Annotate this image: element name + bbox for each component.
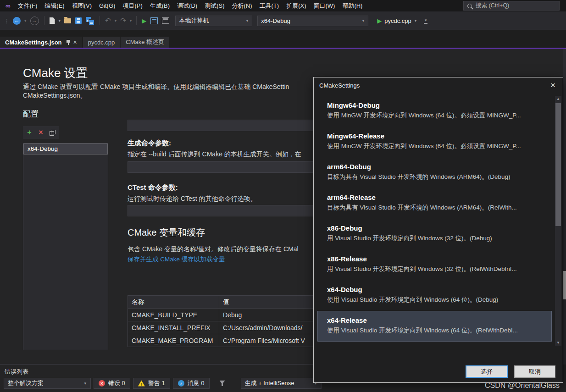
config-option-name: x64-Release xyxy=(327,316,546,324)
redo-icon[interactable] xyxy=(119,16,127,26)
scroll-down-icon[interactable] xyxy=(555,341,561,345)
cmakesettings-dialog: CMakeSettings Mingw64-Debug 使用 MinGW 开发环… xyxy=(313,77,563,383)
config-list: x64-Debug xyxy=(23,143,108,350)
toolbar-separator xyxy=(136,16,137,25)
build-config-dropdown[interactable]: x64-Debug xyxy=(257,16,368,26)
ctest-args-description: 运行测试时传递给 CTest 的其他命令行选项。 xyxy=(128,195,313,203)
build-args-description: 指定在 --build 后面传递到 CMake 的本机生成开关。例如，在 xyxy=(128,150,313,159)
open-folder-button[interactable] xyxy=(63,16,72,26)
warning-icon xyxy=(138,381,145,386)
redo-dropdown-caret[interactable] xyxy=(129,18,133,23)
dialog-config-option-x86-release[interactable]: x86-Release 用 Visual Studio 开发环境定向到 Wind… xyxy=(317,249,552,280)
warnings-toggle-button[interactable]: 警告 1 xyxy=(133,378,170,389)
close-icon[interactable] xyxy=(73,39,77,46)
window-preview-button[interactable] xyxy=(161,16,170,26)
build-intellisense-dropdown[interactable]: 生成 + IntelliSense xyxy=(241,378,322,389)
config-option-description: 用 Visual Studio 开发环境定向到 Windows (32 位)。(… xyxy=(327,265,546,273)
editor-scrollbar[interactable] xyxy=(563,49,566,364)
add-config-button[interactable] xyxy=(24,127,34,138)
undo-icon[interactable] xyxy=(104,16,112,26)
navigate-back-button[interactable] xyxy=(12,16,22,26)
tab-cmakesettings-json[interactable]: CMakeSettings.json xyxy=(0,37,82,48)
menu-window[interactable]: 窗口(W) xyxy=(310,0,338,11)
dialog-scrollbar[interactable] xyxy=(555,96,561,346)
search-icon xyxy=(467,4,472,8)
navigate-forward-button[interactable] xyxy=(29,16,40,26)
menu-view[interactable]: 视图(V) xyxy=(68,0,95,11)
dialog-config-option-x64-debug[interactable]: x64-Debug 使用 Visual Studio 开发环境定向到 Windo… xyxy=(317,280,552,311)
back-dropdown-caret[interactable] xyxy=(24,18,27,23)
save-all-button[interactable] xyxy=(85,16,95,26)
menu-build[interactable]: 生成(B) xyxy=(146,0,173,11)
error-icon xyxy=(99,380,105,386)
menu-git[interactable]: Git(G) xyxy=(95,0,119,11)
dialog-config-option-arm64-release[interactable]: arm64-Release 目标为具有 Visual Studio 开发环境的 … xyxy=(317,188,552,219)
scroll-up-icon[interactable] xyxy=(555,97,561,101)
dialog-scrollbar-thumb[interactable] xyxy=(555,103,561,226)
scope-dropdown[interactable]: 整个解决方案 xyxy=(4,378,91,389)
remove-config-button[interactable] xyxy=(36,127,46,138)
menu-file[interactable]: 文件(F) xyxy=(14,0,41,11)
save-button[interactable] xyxy=(74,16,83,26)
config-option-name: x86-Debug xyxy=(327,224,546,232)
variable-name-cell[interactable]: CMAKE_INSTALL_PREFIX xyxy=(128,321,219,334)
chevron-down-icon xyxy=(246,18,249,23)
search-box[interactable]: 搜索 (Ctrl+Q) xyxy=(463,1,560,11)
files-icon xyxy=(150,17,158,24)
search-placeholder: 搜索 (Ctrl+Q) xyxy=(476,2,509,10)
toolbar-overflow-button[interactable] xyxy=(424,18,427,24)
config-option-name: Mingw64-Debug xyxy=(327,101,546,109)
config-option-name: arm64-Debug xyxy=(327,163,546,171)
menu-project[interactable]: 项目(P) xyxy=(119,0,146,11)
target-machine-dropdown[interactable]: 本地计算机 xyxy=(175,16,252,26)
run-icon[interactable] xyxy=(141,16,147,26)
menu-edit[interactable]: 编辑(E) xyxy=(41,0,68,11)
select-button[interactable]: 选择 xyxy=(466,365,508,378)
menu-help[interactable]: 帮助(H) xyxy=(338,0,366,11)
dialog-config-option-arm64-debug[interactable]: arm64-Debug 目标为具有 Visual Studio 开发环境的 Wi… xyxy=(317,157,552,188)
variable-name-cell[interactable]: CMAKE_BUILD_TYPE xyxy=(128,309,219,321)
save-generate-cache-link[interactable]: 保存并生成 CMake 缓存以加载变量 xyxy=(128,255,225,264)
undo-dropdown-caret[interactable] xyxy=(114,18,117,23)
chevron-down-icon xyxy=(414,18,417,23)
tab-pycdc-cpp[interactable]: pycdc.cpp xyxy=(83,37,120,48)
cancel-button[interactable]: 取消 xyxy=(514,365,555,378)
dialog-config-list: Mingw64-Debug 使用 MinGW 开发环境定向到 Windows (… xyxy=(317,96,552,342)
menu-tools[interactable]: 工具(T) xyxy=(256,0,283,11)
menu-debug[interactable]: 调试(D) xyxy=(173,0,201,11)
new-file-dropdown-caret[interactable] xyxy=(58,18,61,23)
editor-scrollbar-thumb[interactable] xyxy=(563,271,566,299)
menu-bar: 文件(F) 编辑(E) 视图(V) Git(G) 项目(P) 生成(B) 调试(… xyxy=(0,0,566,11)
dialog-close-icon[interactable] xyxy=(549,80,557,90)
pin-icon[interactable] xyxy=(66,40,70,45)
forward-icon xyxy=(30,17,39,25)
toolbar-grip-icon[interactable] xyxy=(4,17,10,24)
errors-toggle-button[interactable]: 错误 0 xyxy=(94,378,130,389)
dialog-config-option-mingw64-debug[interactable]: Mingw64-Debug 使用 MinGW 开发环境定向到 Windows (… xyxy=(317,96,552,127)
variable-name-cell[interactable]: CMAKE_MAKE_PROGRAM xyxy=(128,334,219,347)
dialog-title: CMakeSettings xyxy=(319,82,549,89)
duplicate-config-button[interactable] xyxy=(47,127,57,138)
toolbar-separator xyxy=(100,16,100,25)
watermark: CSDN @OrientalGlass xyxy=(485,381,560,390)
dialog-config-option-x64-release[interactable]: x64-Release 使用 Visual Studio 开发环境定向到 Win… xyxy=(317,311,552,342)
menu-analyze[interactable]: 分析(N) xyxy=(228,0,255,11)
messages-toggle-button[interactable]: 消息 0 xyxy=(173,378,210,389)
dialog-config-option-mingw64-release[interactable]: Mingw64-Release 使用 MinGW 开发环境定向到 Windows… xyxy=(317,127,552,157)
startup-item-button[interactable]: pycdc.cpp xyxy=(377,17,417,24)
config-list-item[interactable]: x64-Debug xyxy=(23,144,108,155)
files-button[interactable] xyxy=(150,16,159,26)
scope-dropdown-value: 整个解决方案 xyxy=(8,379,83,387)
build-args-label: 生成命令参数: xyxy=(128,139,171,148)
chevron-down-icon xyxy=(424,18,427,22)
dialog-config-option-x86-debug[interactable]: x86-Debug 用 Visual Studio 开发环境定向到 Window… xyxy=(317,219,552,249)
menu-test[interactable]: 测试(S) xyxy=(201,0,228,11)
back-icon xyxy=(13,17,21,25)
menu-extensions[interactable]: 扩展(X) xyxy=(283,0,310,11)
error-list-title: 错误列表 xyxy=(5,368,28,376)
filter-icon[interactable] xyxy=(220,381,225,386)
tab-cmake-overview[interactable]: CMake 概述页 xyxy=(121,37,169,48)
page-title: CMake 设置 xyxy=(23,65,88,81)
column-header-name: 名称 xyxy=(128,296,219,309)
new-file-button[interactable] xyxy=(49,16,56,26)
